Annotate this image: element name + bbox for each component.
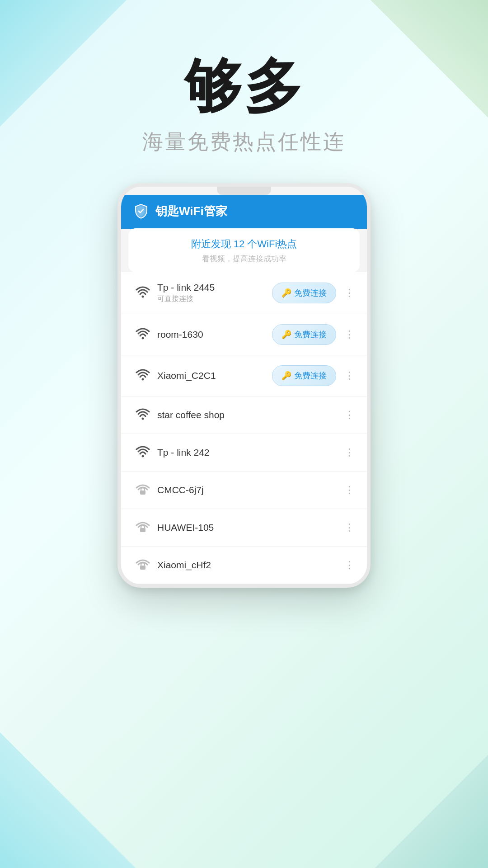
svg-rect-5	[140, 491, 145, 495]
connect-btn-label: 免费连接	[294, 288, 327, 298]
svg-point-0	[142, 296, 144, 298]
wifi-info: HUAWEI-105	[154, 522, 342, 533]
wifi-item[interactable]: room-1630🔑免费连接⋮	[121, 314, 367, 355]
wifi-name: room-1630	[157, 329, 272, 340]
wifi-name: Tp - link 242	[157, 447, 342, 458]
wifi-info: Tp - link 2445可直接连接	[154, 282, 272, 304]
wifi-item[interactable]: Tp - link 2445可直接连接🔑免费连接⋮	[121, 272, 367, 314]
hero-title: 够多	[0, 54, 488, 119]
wifi-item[interactable]: CMCC-6j7j⋮	[121, 472, 367, 509]
wifi-sub-text: 可直接连接	[157, 294, 272, 304]
wifi-info: CMCC-6j7j	[154, 485, 342, 495]
wifi-icon	[132, 444, 154, 461]
wifi-item[interactable]: Tp - link 242⋮	[121, 434, 367, 472]
shield-icon	[132, 202, 150, 220]
wifi-name: CMCC-6j7j	[157, 485, 342, 495]
phone-notch	[217, 187, 271, 195]
page-content: 够多 海量免费热点任性连 钥匙WiFi管家 附近发现 12 个WiFi热点 看视…	[0, 0, 488, 868]
phone-mockup: 钥匙WiFi管家 附近发现 12 个WiFi热点 看视频，提高连接成功率 Tp …	[117, 183, 371, 588]
svg-rect-6	[140, 528, 145, 532]
svg-point-1	[142, 337, 144, 340]
svg-point-3	[142, 418, 144, 420]
discovery-subtitle: 看视频，提高连接成功率	[137, 254, 351, 264]
wifi-locked-icon	[132, 481, 154, 499]
wifi-name: Xiaomi_C2C1	[157, 370, 272, 381]
wifi-name: Xiaomi_cHf2	[157, 560, 342, 571]
connect-btn-label: 免费连接	[294, 370, 327, 381]
hero-section: 够多 海量免费热点任性连	[0, 0, 488, 183]
wifi-icon	[132, 367, 154, 384]
discovery-panel: 附近发现 12 个WiFi热点 看视频，提高连接成功率	[128, 228, 360, 272]
app-title-row: 钥匙WiFi管家	[132, 202, 356, 220]
wifi-info: star coffee shop	[154, 410, 342, 420]
wifi-locked-icon	[132, 519, 154, 536]
connect-button[interactable]: 🔑免费连接	[272, 324, 336, 345]
wifi-icon	[132, 406, 154, 424]
svg-rect-7	[140, 566, 145, 570]
wifi-icon	[132, 284, 154, 302]
more-options-button[interactable]: ⋮	[342, 559, 356, 571]
more-options-button[interactable]: ⋮	[342, 370, 356, 382]
more-options-button[interactable]: ⋮	[342, 522, 356, 533]
key-icon: 🔑	[282, 330, 291, 340]
discovery-title: 附近发现 12 个WiFi热点	[137, 237, 351, 251]
wifi-item[interactable]: HUAWEI-105⋮	[121, 509, 367, 547]
wifi-item[interactable]: star coffee shop⋮	[121, 396, 367, 434]
wifi-info: room-1630	[154, 329, 272, 340]
wifi-name: star coffee shop	[157, 410, 342, 420]
connect-button[interactable]: 🔑免费连接	[272, 365, 336, 386]
key-icon: 🔑	[282, 288, 291, 298]
connect-btn-label: 免费连接	[294, 329, 327, 340]
more-options-button[interactable]: ⋮	[342, 287, 356, 299]
connect-button[interactable]: 🔑免费连接	[272, 283, 336, 303]
wifi-info: Tp - link 242	[154, 447, 342, 458]
svg-point-2	[142, 378, 144, 381]
hero-subtitle: 海量免费热点任性连	[0, 128, 488, 156]
wifi-name: HUAWEI-105	[157, 522, 342, 533]
app-title-text: 钥匙WiFi管家	[155, 203, 227, 219]
more-options-button[interactable]: ⋮	[342, 447, 356, 458]
app-header: 钥匙WiFi管家	[121, 195, 367, 229]
wifi-item[interactable]: Xiaomi_C2C1🔑免费连接⋮	[121, 355, 367, 396]
wifi-icon	[132, 326, 154, 343]
wifi-name: Tp - link 2445	[157, 282, 272, 293]
more-options-button[interactable]: ⋮	[342, 484, 356, 496]
wifi-info: Xiaomi_C2C1	[154, 370, 272, 381]
more-options-button[interactable]: ⋮	[342, 409, 356, 421]
more-options-button[interactable]: ⋮	[342, 329, 356, 340]
wifi-item[interactable]: Xiaomi_cHf2⋮	[121, 547, 367, 584]
wifi-locked-icon	[132, 557, 154, 574]
svg-point-4	[142, 455, 144, 458]
wifi-list: Tp - link 2445可直接连接🔑免费连接⋮ room-1630🔑免费连接…	[121, 272, 367, 584]
key-icon: 🔑	[282, 371, 291, 381]
wifi-info: Xiaomi_cHf2	[154, 560, 342, 571]
